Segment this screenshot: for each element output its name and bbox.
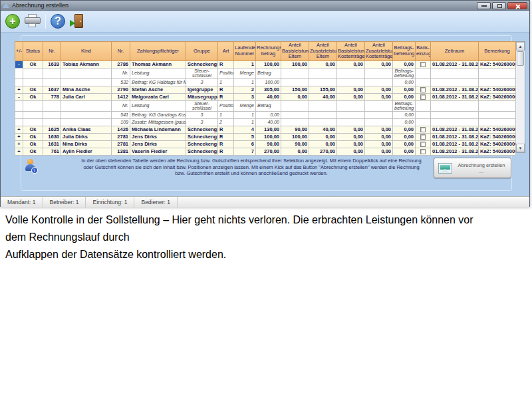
add-button[interactable]: + [5,14,20,29]
bankeinzug-checkbox[interactable] [420,127,426,132]
bankeinzug-checkbox[interactable] [420,134,426,140]
invoice-icon [438,163,452,174]
minimize-icon [481,5,487,7]
col-bemerkung[interactable]: Bemerkung [479,42,516,61]
bankeinzug-checkbox[interactable] [420,142,426,147]
caption-line-1: Volle Kontrolle in der Sollstellung – Hi… [5,211,493,246]
bankeinzug-checkbox[interactable] [420,94,426,100]
col-art[interactable]: Art [218,42,234,61]
exit-button[interactable] [70,14,84,29]
col-bankeinzug[interactable]: Bank-einzug [416,42,431,61]
expand-toggle[interactable]: + [15,140,23,148]
table-row[interactable]: + Ok 1630 Julia Dirks 2781 Jens Dirks Sc… [15,133,516,140]
detail-header-row: Nr. Leistung Steuer-schlüssel Position M… [15,68,516,78]
col-laufende-nummer[interactable]: Laufende Nummer [234,42,256,61]
help-button[interactable]: ? [51,14,65,29]
col-gruppe[interactable]: Gruppe [186,42,218,61]
collapse-toggle[interactable]: - [15,61,23,68]
col-anteil-basis-eltern[interactable]: Anteil Basisleistung Eltern [281,42,309,61]
caption-text: Volle Kontrolle in der Sollstellung – Hi… [5,211,493,263]
status-bar: Mandant: 1 Betreiber: 1 Einrichtung: 1 B… [1,196,529,207]
abrechnung-erstellen-button[interactable]: Abrechnung erstellen ... [434,158,511,178]
col-payer-nr[interactable]: Nr. [112,42,130,61]
status-betreiber: Betreiber: 1 [43,197,86,207]
table-row[interactable]: + Ok 1637 Mina Asche 2790 Stefan Asche I… [15,86,516,93]
col-beitragsbefreiung[interactable]: Beitrags-befreiung [393,42,416,61]
table-row[interactable]: + Ok 1625 Anika Claas 1426 Michaela Lind… [15,126,516,133]
bankeinzug-checkbox[interactable] [420,87,426,92]
status-bediener: Bediener: 1 [134,197,177,207]
status-einrichtung: Einrichtung: 1 [86,197,134,207]
detail-row[interactable]: 109 Zusatz: Mittagessen (pauschal) für M… [15,118,516,126]
status-mandant: Mandant: 1 [1,197,43,207]
scrollbar-thumb[interactable] [517,51,524,66]
info-text: In der oben stehenden Tabelle werden all… [79,158,424,177]
app-window: Abrechnung erstellen + ? [0,0,530,207]
expand-toggle[interactable]: + [15,126,23,133]
detail-row[interactable]: 532 Beitrag: KG Halbtags für Monat 8/201… [15,78,516,86]
detail-header-row: Nr. Leistung Steuer-schlüssel Position M… [15,100,516,111]
collapse-toggle[interactable]: - [15,93,23,100]
minimize-button[interactable] [477,2,491,9]
table-row[interactable]: + Ok 761 Aylin Fiedler 1381 Vaserin Fied… [15,148,516,155]
title-bar: Abrechnung erstellen [1,1,529,11]
table-row[interactable]: - Ok 778 Julia Carl 1412 Malgorzata Carl… [15,93,516,100]
toolbar: + ? [1,11,529,33]
col-kind[interactable]: Kind [61,42,112,61]
bankeinzug-checkbox[interactable] [420,149,426,154]
info-person-icon [25,159,38,174]
table-row[interactable]: + Ok 1631 Nina Dirks 2781 Jens Dirks Sch… [15,140,516,148]
expand-toggle[interactable]: + [15,148,23,155]
exit-arrow-icon [70,20,75,27]
close-button[interactable] [507,2,527,9]
toolbar-separator [45,14,46,29]
col-rechnungsbetrag[interactable]: Rechnungs-betrag [256,42,281,61]
col-zeitraum[interactable]: Zeitraum [431,42,479,61]
app-icon [3,3,9,8]
expand-toggle[interactable]: + [15,133,23,140]
print-button[interactable] [25,14,41,29]
expand-toggle[interactable]: + [15,86,23,93]
col-anteil-zusatz-eltern[interactable]: Anteil Zusatzleistung Eltern [309,42,337,61]
content-area: +/- Status Nr. Kind Nr. Zahlungspflichti… [1,33,529,196]
col-nr[interactable]: Nr. [43,42,61,61]
caption-line-2: Aufklappen der Datensätze kontrolliert w… [5,246,493,263]
maximize-button[interactable] [492,2,506,9]
door-icon [74,14,83,28]
bankeinzug-checkbox[interactable] [420,62,426,67]
col-zahlungspflichtiger[interactable]: Zahlungspflichtiger [130,42,186,61]
question-icon: ? [55,16,61,27]
billing-table: +/- Status Nr. Kind Nr. Zahlungspflichti… [15,41,516,156]
col-status[interactable]: Status [23,42,43,61]
billing-table-wrap: +/- Status Nr. Kind Nr. Zahlungspflichti… [15,41,525,156]
detail-row[interactable]: 541 Beitrag: KG Ganztags Kostenübernahme… [15,111,516,118]
col-anteil-zusatz-kostentraeger[interactable]: Anteil Zusatzleistung Kostenträger [365,42,393,61]
table-row[interactable]: - Ok 1633 Tobias Akmann 2786 Thomas Akma… [15,61,516,68]
vertical-scrollbar[interactable]: ▲ ▼ [516,41,525,153]
col-expand[interactable]: +/- [15,42,23,61]
scroll-up-icon[interactable]: ▲ [516,42,525,51]
table-header-row: +/- Status Nr. Kind Nr. Zahlungspflichti… [15,42,516,61]
window-title: Abrechnung erstellen [12,2,475,9]
maximize-icon [497,4,502,8]
col-anteil-basis-kostentraeger[interactable]: Anteil Basisleistung Kostenträger [337,42,365,61]
abrechnung-erstellen-label: Abrechnung erstellen ... [456,162,507,174]
scroll-down-icon[interactable]: ▼ [516,144,525,152]
plus-icon: + [9,16,15,27]
